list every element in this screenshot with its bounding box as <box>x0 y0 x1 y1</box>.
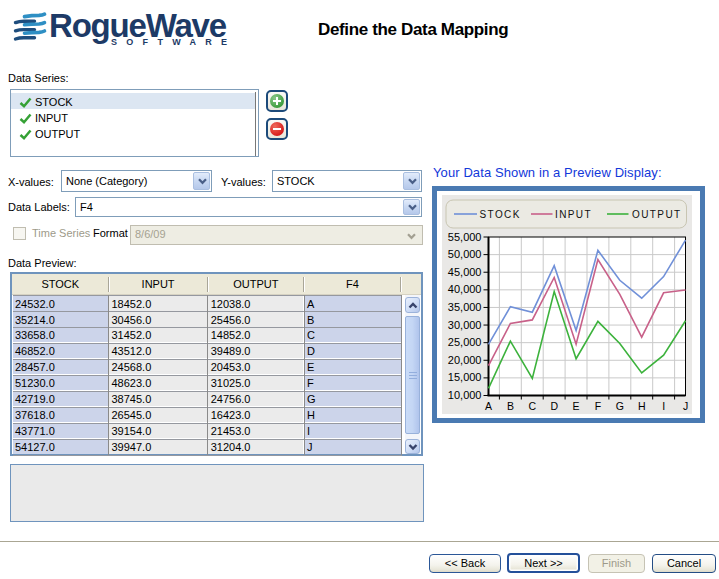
svg-text:B: B <box>507 400 514 412</box>
svg-text:20,000: 20,000 <box>448 354 482 366</box>
svg-text:C: C <box>529 400 537 412</box>
svg-text:30,000: 30,000 <box>448 319 482 331</box>
svg-text:E: E <box>573 400 580 412</box>
svg-text:A: A <box>485 400 492 412</box>
svg-text:F: F <box>595 400 601 412</box>
svg-text:D: D <box>550 400 558 412</box>
svg-text:G: G <box>616 400 624 412</box>
svg-text:10,000: 10,000 <box>448 389 482 401</box>
svg-text:J: J <box>683 400 688 412</box>
svg-text:15,000: 15,000 <box>448 371 482 383</box>
svg-text:I: I <box>662 400 665 412</box>
svg-text:45,000: 45,000 <box>448 266 482 278</box>
svg-text:35,000: 35,000 <box>448 301 482 313</box>
svg-text:OUTPUT: OUTPUT <box>632 209 682 220</box>
svg-text:INPUT: INPUT <box>555 209 592 220</box>
svg-text:H: H <box>638 400 646 412</box>
svg-text:55,000: 55,000 <box>448 231 482 243</box>
svg-text:STOCK: STOCK <box>480 209 521 220</box>
svg-text:25,000: 25,000 <box>448 336 482 348</box>
svg-text:40,000: 40,000 <box>448 283 482 295</box>
svg-text:50,000: 50,000 <box>448 248 482 260</box>
